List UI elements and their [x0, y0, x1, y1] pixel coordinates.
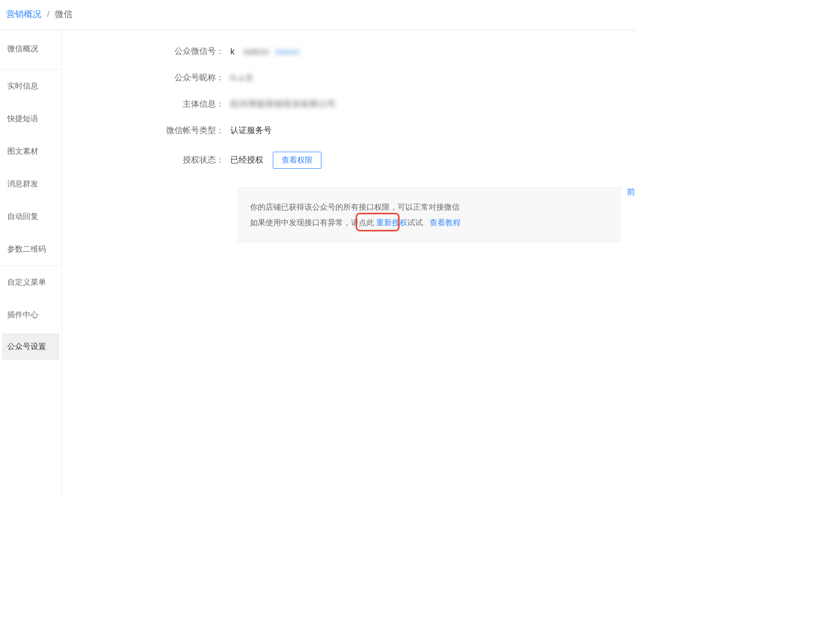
nickname-masked: A a B	[230, 74, 253, 83]
sidebar-item-label: 消息群发	[7, 179, 38, 188]
sidebar: 微信概况 实时信息 快捷短语 图文素材 消息群发 自动回复 参数二维码	[0, 31, 62, 497]
info-line-1: 你的店铺已获得该公众号的所有接口权限，可以正常对接微信	[250, 199, 609, 215]
sidebar-group-2: 实时信息 快捷短语 图文素材 消息群发 自动回复 参数二维码	[0, 70, 62, 266]
view-tutorial-link[interactable]: 查看教程	[430, 218, 461, 227]
value-account-type: 认证服务号	[230, 125, 272, 136]
wechat-id-prefix: k	[230, 47, 234, 56]
label-account-type: 微信帐号类型：	[62, 125, 230, 136]
sidebar-item-qrcode[interactable]: 参数二维码	[0, 233, 62, 266]
sidebar-item-label: 自定义菜单	[7, 277, 46, 286]
row-entity: 主体信息： 杭州博旗营销策划有限公司	[62, 99, 635, 110]
value-auth-status: 已经授权 查看权限	[230, 152, 321, 169]
sidebar-item-account-settings[interactable]: 公众号设置	[2, 333, 60, 360]
reauthorize-link[interactable]: 重新授权	[376, 218, 407, 227]
value-entity: 杭州博旗营销策划有限公司	[230, 99, 336, 110]
breadcrumb-link[interactable]: 营销概况	[6, 9, 41, 19]
sidebar-item-label: 公众号设置	[7, 342, 46, 350]
sidebar-item-media[interactable]: 图文素材	[0, 135, 62, 168]
sidebar-item-autoreply[interactable]: 自动回复	[0, 200, 62, 233]
value-wechat-id: kaaboo aaaax	[230, 47, 300, 56]
sidebar-item-realtime[interactable]: 实时信息	[0, 70, 62, 103]
content: 公众微信号： kaaboo aaaax 公众号昵称： A a B 主体信息： 杭…	[62, 31, 635, 497]
sidebar-item-label: 插件中心	[7, 310, 38, 319]
sidebar-group-3: 自定义菜单 插件中心 公众号设置	[0, 266, 62, 360]
sidebar-item-label: 参数二维码	[7, 244, 46, 253]
info-line-2: 如果使用中发现接口有异常，请点此 重新授权试试 查看教程	[250, 215, 609, 230]
sidebar-item-overview[interactable]: 微信概况	[0, 31, 62, 69]
sidebar-item-custom-menu[interactable]: 自定义菜单	[0, 266, 62, 299]
label-auth-status: 授权状态：	[62, 155, 230, 166]
sidebar-item-label: 快捷短语	[7, 114, 38, 123]
breadcrumb: 营销概况 / 微信	[0, 0, 635, 30]
sidebar-item-label: 自动回复	[7, 212, 38, 221]
sidebar-item-label: 微信概况	[7, 44, 38, 53]
sidebar-item-plugins[interactable]: 插件中心	[0, 299, 62, 331]
label-wechat-id: 公众微信号：	[62, 46, 230, 57]
sidebar-group-1: 微信概况	[0, 31, 62, 70]
auth-status-text: 已经授权	[230, 155, 263, 166]
breadcrumb-current: 微信	[55, 9, 72, 19]
sidebar-item-label: 图文素材	[7, 147, 38, 155]
info-box: 你的店铺已获得该公众号的所有接口权限，可以正常对接微信 如果使用中发现接口有异常…	[238, 187, 621, 242]
label-nickname: 公众号昵称：	[62, 72, 230, 83]
sidebar-item-quick-phrases[interactable]: 快捷短语	[0, 103, 62, 135]
label-entity: 主体信息：	[62, 99, 230, 110]
truncated-right-link[interactable]: 前	[627, 187, 635, 198]
info-line-2-before: 如果使用中发现接口有异常，请点此	[250, 218, 376, 227]
sidebar-item-label: 实时信息	[7, 81, 38, 90]
info-line-2-after: 试试	[407, 218, 423, 227]
entity-masked: 杭州博旗营销策划有限公司	[230, 99, 336, 110]
wechat-id-masked: aaboo aaaax	[244, 47, 300, 56]
sidebar-item-broadcast[interactable]: 消息群发	[0, 168, 62, 200]
row-auth-status: 授权状态： 已经授权 查看权限	[62, 152, 635, 169]
breadcrumb-separator: /	[47, 9, 50, 19]
row-wechat-id: 公众微信号： kaaboo aaaax	[62, 46, 635, 57]
row-nickname: 公众号昵称： A a B	[62, 72, 635, 83]
row-account-type: 微信帐号类型： 认证服务号	[62, 125, 635, 136]
view-permissions-button[interactable]: 查看权限	[273, 152, 321, 169]
value-nickname: A a B	[230, 74, 253, 83]
